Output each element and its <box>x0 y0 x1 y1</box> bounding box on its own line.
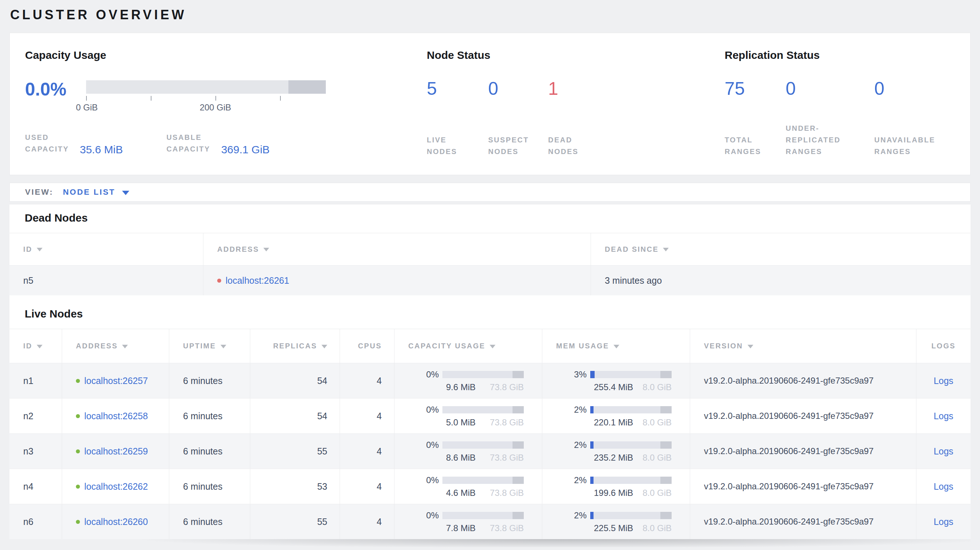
mem-usage-meter: 3% 255.4 MiB 8.0 GiB <box>556 369 690 392</box>
replicas-cell: 54 <box>250 363 340 398</box>
suspect-nodes-label: SUSPECT NODES <box>488 134 548 157</box>
capacity-bar-endcap <box>512 441 524 449</box>
mem-total-value: 8.0 GiB <box>643 382 671 392</box>
sort-arrow-icon <box>221 345 226 348</box>
mem-bar <box>590 371 671 378</box>
mem-used-value: 220.1 MiB <box>594 417 633 428</box>
live-nodes-table-body: n1 localhost:26257 6 minutes 54 4 0% <box>10 363 970 539</box>
mem-used-value: 225.5 MiB <box>594 523 633 533</box>
column-header-id[interactable]: ID <box>10 329 62 363</box>
node-address-cell: localhost:26261 <box>204 265 591 295</box>
node-address-link[interactable]: localhost:26259 <box>84 446 148 457</box>
mem-usage-meter: 2% 220.1 MiB 8.0 GiB <box>556 405 690 428</box>
logs-link[interactable]: Logs <box>934 481 953 492</box>
version-value: v19.2.0-alpha.20190606-2491-gfe735c9a97 <box>704 517 873 527</box>
sort-arrow-icon <box>122 345 128 348</box>
usable-capacity-value: 369.1 GiB <box>221 143 269 156</box>
page-title: CLUSTER OVERVIEW <box>10 8 970 22</box>
sort-arrow-icon <box>490 345 495 348</box>
dead-status-dot-icon <box>217 279 221 283</box>
dead-since-cell: 3 minutes ago <box>591 265 970 295</box>
node-id-cell: n4 <box>10 469 62 504</box>
view-dropdown[interactable]: NODE LIST <box>63 188 129 197</box>
logs-link[interactable]: Logs <box>934 376 953 386</box>
column-header-address[interactable]: ADDRESS <box>62 329 169 363</box>
capacity-used-value: 9.6 MiB <box>446 382 476 392</box>
live-status-dot-icon <box>76 520 80 524</box>
mem-bar <box>590 512 671 519</box>
capacity-usage-cell: 0% 4.6 MiB 73.8 GiB <box>395 469 542 504</box>
capacity-bar-endcap <box>512 512 524 519</box>
capacity-bar <box>442 371 524 378</box>
node-status-section: Node Status 5 LIVE NODES 0 SUSPECT NODES… <box>427 33 725 175</box>
replicas-cell: 55 <box>250 504 340 539</box>
node-address-link[interactable]: localhost:26262 <box>84 481 148 492</box>
logs-cell: Logs <box>916 399 970 433</box>
column-header-capacity-usage[interactable]: CAPACITY USAGE <box>395 329 542 363</box>
column-header-version[interactable]: VERSION <box>690 329 916 363</box>
capacity-total-value: 73.8 GiB <box>490 417 524 428</box>
usable-capacity-stat: USABLE CAPACITY 369.1 GiB <box>166 132 269 155</box>
node-id-cell: n3 <box>10 434 62 469</box>
mem-usage-meter: 2% 225.5 MiB 8.0 GiB <box>556 510 690 533</box>
capacity-usage-cell: 0% 7.8 MiB 73.8 GiB <box>395 504 542 539</box>
capacity-total-value: 73.8 GiB <box>490 523 524 533</box>
mem-bar <box>590 406 671 413</box>
node-address-link[interactable]: localhost:26260 <box>84 517 148 527</box>
mem-total-value: 8.0 GiB <box>643 523 671 533</box>
under-replicated-stat: 0 UNDER- REPLICATED RANGES <box>786 79 874 157</box>
logs-link[interactable]: Logs <box>934 517 953 527</box>
sort-arrow-icon <box>37 345 43 348</box>
suspect-nodes-stat: 0 SUSPECT NODES <box>488 79 548 157</box>
node-address-link[interactable]: localhost:26258 <box>84 411 148 421</box>
mem-bar-fill <box>590 406 593 413</box>
capacity-percent: 0% <box>422 369 442 380</box>
mem-used-value: 235.2 MiB <box>594 453 633 463</box>
mem-bar-fill <box>590 441 593 449</box>
column-header-mem-usage[interactable]: MEM USAGE <box>542 329 690 363</box>
mem-percent: 2% <box>569 405 590 415</box>
capacity-bar-endcap <box>512 371 524 378</box>
sort-arrow-icon <box>748 345 753 348</box>
logs-link[interactable]: Logs <box>934 446 953 457</box>
logs-link[interactable]: Logs <box>934 411 953 421</box>
dead-nodes-stat: 1 DEAD NODES <box>548 79 628 157</box>
uptime-cell: 6 minutes <box>169 434 250 469</box>
column-header-replicas[interactable]: REPLICAS <box>250 329 340 363</box>
node-address-link[interactable]: localhost:26261 <box>226 275 289 286</box>
suspect-nodes-count: 0 <box>488 79 548 98</box>
version-cell: v19.2.0-alpha.20190606-2491-gfe735c9a97 <box>690 363 916 398</box>
version-value: v19.2.0-alpha.20190606-2491-gfe735c9a97 <box>704 376 873 386</box>
unavailable-ranges-stat: 0 UNAVAILABLE RANGES <box>874 79 958 157</box>
column-header-uptime[interactable]: UPTIME <box>169 329 250 363</box>
capacity-usage-chart: 0 GiB 200 GiB <box>86 80 326 113</box>
live-node-row: n6 localhost:26260 6 minutes 55 4 0% <box>10 504 970 539</box>
axis-label-200gib: 200 GiB <box>200 102 231 113</box>
column-header-dead-since[interactable]: DEAD SINCE <box>591 233 970 265</box>
total-ranges-count: 75 <box>725 79 786 98</box>
mem-percent: 2% <box>569 510 590 521</box>
usable-capacity-label: USABLE CAPACITY <box>166 132 210 155</box>
cpus-cell: 4 <box>340 469 395 504</box>
unavailable-ranges-count: 0 <box>874 79 958 98</box>
node-id-cell: n1 <box>10 363 62 398</box>
column-header-id[interactable]: ID <box>10 233 204 265</box>
capacity-used-value: 7.8 MiB <box>446 523 476 533</box>
mem-bar <box>590 441 671 449</box>
capacity-total-value: 73.8 GiB <box>490 453 524 463</box>
replicas-cell: 54 <box>250 399 340 433</box>
live-node-row: n2 localhost:26258 6 minutes 54 4 0% <box>10 398 970 433</box>
used-capacity-stat: USED CAPACITY 35.6 MiB <box>25 132 123 155</box>
mem-bar-fill <box>590 371 595 378</box>
logs-cell: Logs <box>916 434 970 469</box>
column-header-logs: LOGS <box>916 329 970 363</box>
capacity-total-value: 73.8 GiB <box>490 382 524 392</box>
column-header-address[interactable]: ADDRESS <box>204 233 591 265</box>
mem-percent: 3% <box>569 369 590 380</box>
node-address-link[interactable]: localhost:26257 <box>84 376 148 386</box>
capacity-usage-meter: 0% 8.6 MiB 73.8 GiB <box>408 440 542 463</box>
capacity-bar-endcap <box>512 406 524 413</box>
capacity-bar <box>442 477 524 484</box>
node-address-cell: localhost:26259 <box>62 434 169 469</box>
logs-cell: Logs <box>916 363 970 398</box>
